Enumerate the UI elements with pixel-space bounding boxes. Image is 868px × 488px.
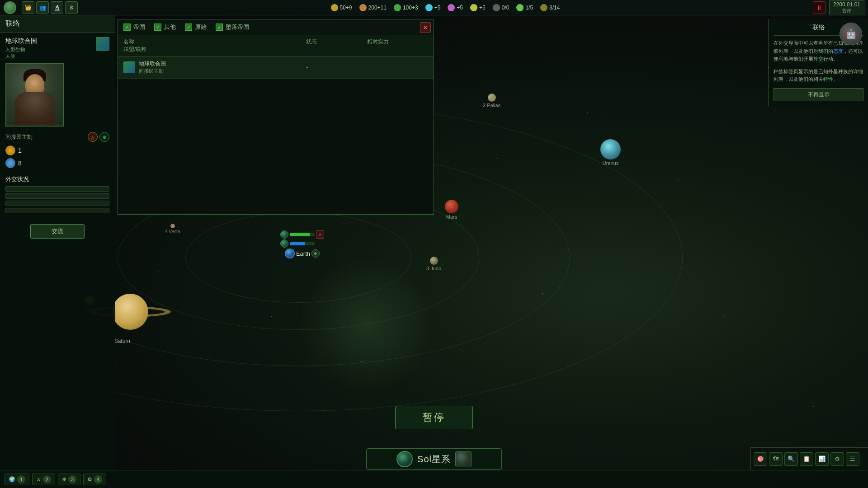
diplo-bar-4 xyxy=(5,208,109,213)
empire-row-flag xyxy=(123,61,135,73)
notif-num-3: 3 xyxy=(68,475,76,483)
earth-action-icon[interactable]: ✕ xyxy=(316,230,324,239)
stat-unity: +5 xyxy=(448,4,463,11)
pallas-label: 2 Pallas xyxy=(483,103,500,108)
system-globe-icon[interactable] xyxy=(396,451,413,467)
br-icon-1[interactable]: 🎯 xyxy=(754,452,767,466)
stat-amenities: 3/14 xyxy=(540,4,560,11)
amenities-icon xyxy=(540,4,547,11)
pallas-planet[interactable]: 2 Pallas xyxy=(483,94,500,108)
br-icon-2[interactable]: 🗺 xyxy=(769,452,783,466)
tab-primitive[interactable]: ✓ 原始 xyxy=(185,23,207,31)
stat-research: +5 xyxy=(425,4,441,11)
saturn-body xyxy=(112,294,148,330)
energy-icon xyxy=(331,4,338,11)
empire-type: 人型生物 xyxy=(5,46,92,53)
notif-icon-1: 🌍 xyxy=(9,476,15,483)
earth-planet-icon xyxy=(285,249,295,258)
earth-label: Earth xyxy=(296,250,310,257)
top-icon-2[interactable]: 👥 xyxy=(36,1,49,14)
no-show-button[interactable]: 不再显示 xyxy=(774,88,863,101)
juno-planet[interactable]: 3 Juno xyxy=(426,257,441,271)
consumer-icon xyxy=(516,4,524,11)
notif-2[interactable]: ⚔ 2 xyxy=(32,474,55,485)
right-panel-description-2: 种族标签页显示的是已知外星种族的详细列表，以及他们的相关特性。 xyxy=(774,68,863,84)
planet-stat-row: 1 xyxy=(0,144,115,157)
br-icon-4[interactable]: 📋 xyxy=(800,452,813,466)
empire-flag[interactable] xyxy=(96,37,109,51)
top-icon-buttons: 👑 👥 🔬 ⚙ xyxy=(22,1,78,14)
tab-fallen[interactable]: ✓ 堕落帝国 xyxy=(216,23,249,31)
earth-blue-bar xyxy=(290,242,315,245)
minerals-icon xyxy=(359,4,367,11)
top-icon-4[interactable]: ⚙ xyxy=(65,1,78,14)
empire-table-row[interactable]: 地球联合国 间接民主制 - xyxy=(118,56,434,79)
juno-label: 3 Juno xyxy=(426,266,441,271)
pause-button[interactable]: ⏸ xyxy=(813,1,826,14)
empire-header: 地球联合国 人型生物 人类 xyxy=(0,33,115,60)
uranus-planet[interactable]: Uranus xyxy=(600,139,621,166)
br-icon-5[interactable]: 📊 xyxy=(815,452,829,466)
col-alliance: 联盟/联邦 xyxy=(123,46,245,53)
leader-avatar[interactable] xyxy=(5,63,64,127)
vesta-planet[interactable]: 4 Vesta xyxy=(165,224,180,234)
game-logo[interactable] xyxy=(4,1,16,14)
exchange-button[interactable]: 交流 xyxy=(30,224,85,239)
stat-consumer: 1/5 xyxy=(516,4,533,11)
tab-fallen-check: ✓ xyxy=(216,23,223,31)
earth-green-bar xyxy=(290,233,315,236)
influence-icon xyxy=(470,4,477,11)
system-icon-right[interactable] xyxy=(455,451,472,467)
right-info-panel: 联络 🤖 在外交界面中可以查看所有已知帝国的详细列表，以及他们对我们的态度，还可… xyxy=(769,19,868,106)
diplomacy-dialog: ✓ 帝国 ✓ 其他 ✓ 原始 ✓ 堕落帝国 ✕ 名称 状态 相对实力 联盟/联邦… xyxy=(118,19,434,215)
pallas-body xyxy=(488,94,496,102)
stat-food: 100+3 xyxy=(394,4,418,11)
uranus-body xyxy=(600,139,621,160)
earth-extra-icon[interactable]: ⊕ xyxy=(311,249,320,258)
earth-marker[interactable]: ✕ Earth ⊕ xyxy=(280,230,324,258)
mars-planet[interactable]: Mars xyxy=(445,200,458,220)
top-icon-1[interactable]: 👑 xyxy=(22,1,34,14)
br-icon-6[interactable]: ⚙ xyxy=(830,452,844,466)
top-icon-3[interactable]: 🔬 xyxy=(51,1,63,14)
alloys-icon xyxy=(493,4,500,11)
tab-other-check: ✓ xyxy=(154,23,161,31)
br-icon-7[interactable]: ☰ xyxy=(846,452,859,466)
notif-1[interactable]: 🌍 1 xyxy=(5,474,29,485)
panel-title: 联络 xyxy=(0,15,115,33)
dialog-close-button[interactable]: ✕ xyxy=(420,22,431,33)
vesta-label: 4 Vesta xyxy=(165,229,180,234)
diplomacy-section: 外交状况 xyxy=(0,172,115,219)
tab-empire[interactable]: ✓ 帝国 xyxy=(123,23,145,31)
empire-icon-green[interactable]: ⊕ xyxy=(99,132,109,142)
diplo-bar-3 xyxy=(5,201,109,206)
vesta-body xyxy=(170,224,175,228)
top-bar: 👑 👥 🔬 ⚙ 50+9 200+11 100+3 +5 +5 +5 xyxy=(0,0,868,15)
stat-alloys: 0/0 xyxy=(493,4,509,11)
dialog-table-header: 名称 状态 相对实力 联盟/联邦 xyxy=(118,35,434,56)
empire-action-icons: △ ⊕ xyxy=(88,132,109,142)
system-name: Sol星系 xyxy=(417,453,451,465)
br-icon-3[interactable]: 🔍 xyxy=(784,452,798,466)
col-status: 状态 xyxy=(306,38,367,46)
research-icon xyxy=(425,4,433,11)
mars-body xyxy=(445,200,458,213)
unity-icon xyxy=(448,4,455,11)
top-stats-bar: 50+9 200+11 100+3 +5 +5 +5 0/0 1/5 xyxy=(83,4,807,11)
uranus-label: Uranus xyxy=(603,160,618,166)
government-row: 间接民主制 △ ⊕ xyxy=(0,130,115,144)
empire-icon-orange[interactable]: △ xyxy=(88,132,98,142)
system-bar: Sol星系 xyxy=(366,448,502,470)
notif-4[interactable]: ⚙ 4 xyxy=(83,474,106,485)
notif-num-4: 4 xyxy=(94,475,102,483)
earth-globe-icon xyxy=(280,239,288,248)
notif-3[interactable]: ❄ 3 xyxy=(58,474,80,485)
diplo-bar-2 xyxy=(5,193,109,199)
stat-energy: 50+9 xyxy=(331,4,352,11)
planet-count: 1 xyxy=(18,147,22,154)
mars-label: Mars xyxy=(446,214,457,220)
stat-minerals: 200+11 xyxy=(359,4,387,11)
col-action xyxy=(245,38,307,46)
tab-other[interactable]: ✓ 其他 xyxy=(154,23,176,31)
food-icon xyxy=(394,4,401,11)
